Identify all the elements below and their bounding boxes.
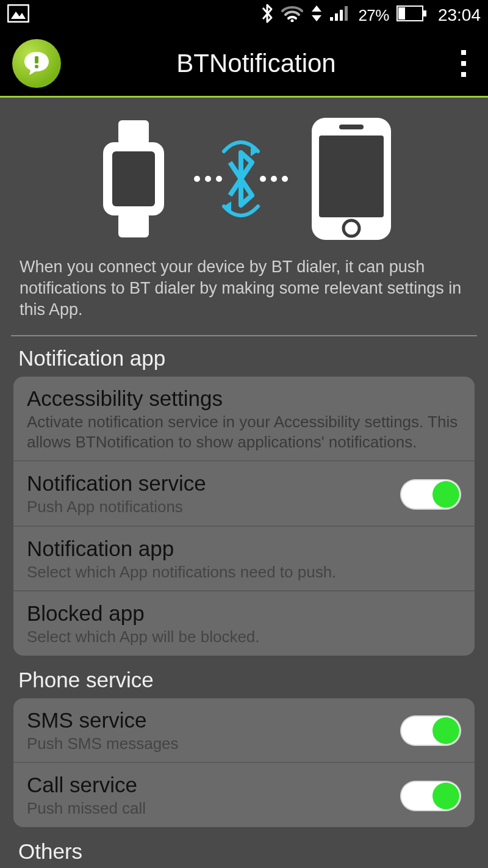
updown-icon	[310, 4, 323, 27]
svg-marker-3	[312, 5, 321, 12]
card-notification-app: Accessibility settings Activate notifica…	[13, 377, 475, 656]
app-title: BTNotification	[61, 49, 451, 78]
row-sub: Push App notifications	[27, 497, 400, 517]
section-title-phone-service: Phone service	[0, 660, 488, 698]
svg-rect-17	[112, 151, 155, 206]
app-header: BTNotification	[0, 31, 488, 98]
svg-rect-5	[330, 17, 333, 21]
phone-icon	[306, 115, 397, 243]
row-sub: Activate notification service in your Ac…	[27, 412, 461, 452]
bluetooth-sync-icon	[186, 133, 296, 225]
svg-rect-15	[118, 213, 149, 237]
svg-rect-7	[340, 10, 343, 21]
svg-marker-1	[11, 12, 26, 19]
divider	[11, 335, 477, 336]
svg-point-23	[282, 176, 288, 182]
status-clock: 23:04	[438, 5, 481, 25]
svg-point-21	[260, 176, 266, 182]
svg-rect-27	[319, 136, 384, 217]
section-title-notification: Notification app	[0, 339, 488, 377]
svg-rect-12	[35, 56, 38, 63]
svg-point-18	[194, 176, 200, 182]
hero-illustration	[18, 110, 470, 250]
svg-point-13	[35, 65, 38, 68]
row-sub: Push missed call	[27, 798, 400, 819]
section-title-others: Others	[0, 832, 488, 868]
svg-point-20	[216, 176, 222, 182]
row-sub: Select which App notifications need to p…	[27, 562, 461, 582]
svg-marker-4	[312, 15, 321, 21]
row-sub: Push SMS messages	[27, 734, 400, 754]
overflow-menu-button[interactable]	[451, 50, 476, 77]
row-title: Call service	[27, 773, 400, 797]
row-notification-service[interactable]: Notification service Push App notificati…	[13, 461, 475, 527]
toggle-call-service[interactable]	[400, 781, 461, 811]
svg-rect-6	[335, 13, 338, 21]
toggle-sms-service[interactable]	[400, 715, 461, 746]
status-bar: 27% 23:04	[0, 0, 488, 31]
row-sms-service[interactable]: SMS service Push SMS messages	[13, 698, 475, 764]
wifi-icon	[281, 5, 303, 26]
row-title: Accessibility settings	[27, 386, 461, 411]
row-blocked-app[interactable]: Blocked app Select which App will be blo…	[13, 591, 475, 656]
bluetooth-icon	[260, 3, 274, 28]
app-logo-icon	[12, 39, 61, 88]
row-notification-app[interactable]: Notification app Select which App notifi…	[13, 527, 475, 592]
row-call-service[interactable]: Call service Push missed call	[13, 763, 475, 827]
battery-percent: 27%	[358, 6, 389, 25]
row-title: SMS service	[27, 708, 400, 732]
row-title: Blocked app	[27, 601, 461, 626]
battery-icon	[396, 5, 427, 26]
smartwatch-icon	[91, 118, 176, 240]
row-title: Notification app	[27, 537, 461, 561]
svg-rect-11	[423, 10, 426, 16]
hero-section: When you connect your device by BT diale…	[0, 98, 488, 335]
toggle-notification-service[interactable]	[400, 479, 461, 510]
svg-rect-28	[339, 125, 364, 129]
picture-icon	[7, 4, 29, 27]
card-phone-service: SMS service Push SMS messages Call servi…	[13, 698, 475, 827]
row-sub: Select which App will be blocked.	[27, 627, 461, 647]
signal-icon	[330, 5, 351, 26]
svg-point-22	[271, 176, 277, 182]
status-left	[7, 4, 29, 27]
status-right: 27% 23:04	[260, 3, 481, 28]
svg-rect-8	[345, 6, 348, 21]
row-title: Notification service	[27, 471, 400, 496]
svg-point-19	[205, 176, 211, 182]
svg-rect-10	[398, 7, 405, 20]
svg-point-2	[291, 19, 294, 22]
row-accessibility-settings[interactable]: Accessibility settings Activate notifica…	[13, 377, 475, 461]
svg-rect-0	[8, 5, 29, 22]
hero-description: When you connect your device by BT diale…	[18, 250, 470, 328]
svg-rect-14	[118, 120, 149, 145]
